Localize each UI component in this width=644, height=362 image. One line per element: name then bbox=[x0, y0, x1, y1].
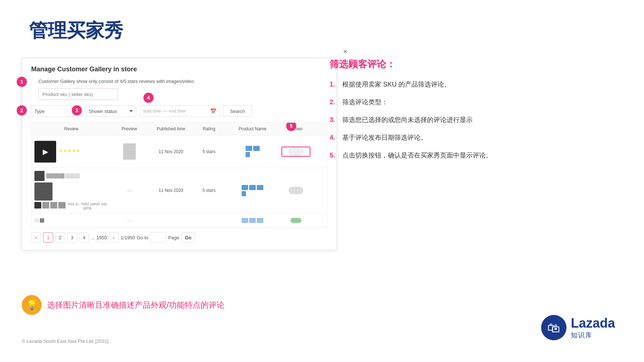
review-stars-1: ★ ★ ★ ★ ★ bbox=[59, 148, 108, 153]
lazada-name: Lazada bbox=[571, 316, 615, 331]
review-cell-2: nice jo.. hati2 patuhi sop geng bbox=[32, 168, 111, 213]
product-image-2 bbox=[34, 182, 53, 201]
page-btn-2[interactable]: 2 bbox=[55, 232, 65, 243]
pagination-ellipsis: ... bbox=[91, 235, 95, 240]
start-time-label: start time bbox=[143, 109, 161, 114]
th-published-time: Published time bbox=[147, 125, 195, 133]
current-page-display: 1/1950 bbox=[121, 235, 135, 240]
page-btn-4[interactable]: 4 bbox=[79, 232, 89, 243]
page-btn-last[interactable]: 1950 bbox=[97, 232, 107, 243]
rating-1: 5 stars bbox=[195, 147, 223, 156]
calendar-icon[interactable]: 📅 bbox=[210, 108, 216, 114]
product-name-3 bbox=[223, 216, 281, 225]
tip-text: 选择图片清晰且准确描述产品外观/功能特点的评论 bbox=[47, 300, 225, 311]
list-item: 4. 基于评论发布日期筛选评论。 bbox=[330, 133, 627, 143]
product-blocks-2 bbox=[242, 185, 263, 196]
page-number-input[interactable] bbox=[150, 232, 166, 243]
badge-2: 2 bbox=[17, 105, 27, 115]
sku-filter-row bbox=[38, 88, 327, 100]
date-separator: — bbox=[163, 109, 167, 114]
pagination: ‹ 1 2 3 4 ... 1950 › 1/1950 Go to Page G… bbox=[31, 232, 327, 243]
lazada-sub: 知识库 bbox=[571, 331, 593, 340]
right-panel: 筛选顾客评论： 1. 根据使用卖家 SKU 的产品筛选评论。 2. 筛选评论类型… bbox=[330, 58, 627, 168]
badge-4: 4 bbox=[143, 93, 154, 103]
rating-3 bbox=[195, 219, 223, 222]
preview-image-1 bbox=[123, 143, 136, 160]
table-header: Review Preview Published time Rating Pro… bbox=[32, 123, 327, 135]
video-thumbnail: ▶ bbox=[34, 141, 56, 163]
preview-cell-3: — bbox=[111, 216, 147, 225]
page-wrapper: 管理买家秀 × Manage Customer Gallery in store… bbox=[0, 0, 644, 362]
shown-toggle-1[interactable] bbox=[289, 148, 303, 155]
preview-cell-2: — bbox=[111, 186, 147, 195]
lazada-logo: 🛍 Lazada 知识库 bbox=[541, 315, 615, 340]
table-row: nice jo.. hati2 patuhi sop geng — 11 Nov… bbox=[32, 168, 327, 213]
tip-icon: 💡 bbox=[22, 295, 42, 315]
list-item: 5. 点击切换按钮，确认是否在买家秀页面中显示评论。 bbox=[330, 151, 627, 160]
shown-toggle-2[interactable] bbox=[289, 187, 303, 194]
published-time-1: 11 Nov 2020 bbox=[147, 147, 195, 156]
dialog-box: × Manage Customer Gallery in store 1 Cus… bbox=[22, 58, 337, 250]
filter-title: 筛选顾客评论： bbox=[330, 58, 627, 71]
review-cell-3 bbox=[32, 215, 111, 226]
th-review: Review bbox=[32, 125, 111, 133]
shown-cell-2 bbox=[281, 185, 310, 196]
shown-cell-1 bbox=[281, 147, 310, 157]
play-icon: ▶ bbox=[43, 147, 48, 156]
product-name-1: 5 bbox=[223, 144, 281, 159]
goto-label: Go to bbox=[137, 235, 149, 240]
page-label: Page bbox=[168, 235, 179, 240]
th-rating: Rating bbox=[195, 125, 223, 133]
table-body: ▶ ★ ★ ★ ★ ★ bbox=[32, 135, 327, 228]
review-image-main bbox=[34, 171, 45, 181]
badge-3: 3 bbox=[72, 105, 82, 115]
page-btn-1[interactable]: 1 bbox=[43, 232, 53, 243]
rating-2: 5 stars bbox=[195, 186, 223, 195]
product-blocks-1 bbox=[246, 146, 260, 157]
table-row: — bbox=[32, 213, 327, 228]
preview-cell-1 bbox=[111, 142, 147, 161]
dialog-info: Customer Gallery show only consist of 4/… bbox=[38, 79, 327, 84]
shown-status-select[interactable]: Shown status Shown Not Shown bbox=[85, 105, 136, 117]
table-row: ▶ ★ ★ ★ ★ ★ bbox=[32, 135, 327, 168]
filter-row-2: 2 Type Image Video 3 Shown status Shown … bbox=[31, 105, 327, 117]
th-product-name: Product Name bbox=[223, 125, 281, 133]
footer: © Lazada South East Asia Pte Ltd, [2021] bbox=[22, 338, 108, 344]
filter-list: 1. 根据使用卖家 SKU 的产品筛选评论。 2. 筛选评论类型： 3. 筛选您… bbox=[330, 80, 627, 160]
bottom-tip: 💡 选择图片清晰且准确描述产品外观/功能特点的评论 bbox=[22, 295, 225, 315]
published-time-3 bbox=[147, 219, 195, 222]
page-btn-3[interactable]: 3 bbox=[67, 232, 77, 243]
data-table: Review Preview Published time Rating Pro… bbox=[31, 122, 327, 228]
next-page-button[interactable]: › bbox=[109, 232, 119, 243]
go-button[interactable]: Go bbox=[181, 232, 195, 243]
search-button[interactable]: Search bbox=[223, 105, 252, 117]
shown-toggle-3[interactable] bbox=[290, 218, 301, 223]
date-range: start time — end time 📅 bbox=[140, 105, 219, 117]
lazada-text: Lazada 知识库 bbox=[571, 316, 615, 340]
dialog-area: × Manage Customer Gallery in store 1 Cus… bbox=[22, 58, 337, 250]
list-item: 3. 筛选您已选择的或您尚未选择的评论进行显示 bbox=[330, 115, 627, 125]
review-cell-1: ▶ ★ ★ ★ ★ ★ bbox=[32, 138, 111, 165]
background-shape bbox=[445, 0, 644, 362]
sku-input[interactable] bbox=[38, 88, 118, 100]
list-item: 2. 筛选评论类型： bbox=[330, 97, 627, 107]
published-time-2: 11 Nov 2020 bbox=[147, 186, 195, 195]
badge-1: 1 bbox=[17, 77, 27, 87]
shown-cell-3 bbox=[281, 216, 310, 225]
dialog-title: Manage Customer Gallery in store bbox=[31, 66, 327, 73]
page-title: 管理买家秀 bbox=[29, 18, 123, 43]
dialog-close-button[interactable]: × bbox=[343, 47, 347, 56]
svg-text:🛍: 🛍 bbox=[547, 320, 560, 335]
list-item: 1. 根据使用卖家 SKU 的产品筛选评论。 bbox=[330, 80, 627, 89]
end-time-label: end time bbox=[169, 109, 185, 114]
lazada-icon: 🛍 bbox=[541, 315, 566, 340]
prev-page-button[interactable]: ‹ bbox=[31, 232, 41, 243]
th-preview: Preview bbox=[111, 125, 147, 133]
product-name-2 bbox=[223, 183, 281, 198]
